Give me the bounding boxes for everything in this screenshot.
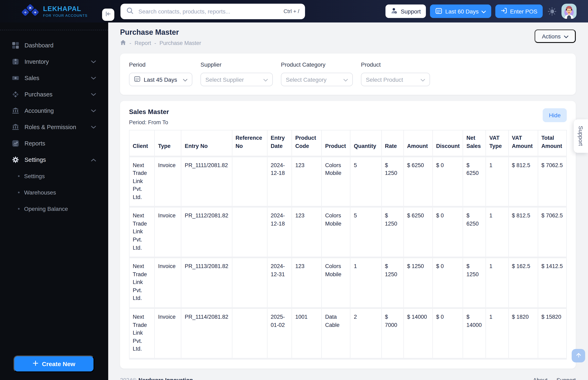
report-card: Sales Master Period: From To Hide Client… (120, 101, 576, 369)
chevron-down-icon (91, 76, 96, 79)
filter-product-label: Product (361, 61, 430, 68)
sidebar-subitem-settings[interactable]: Settings (0, 168, 108, 184)
brand-name: LEKHAPAL (43, 5, 88, 13)
chevron-down-icon (263, 76, 268, 83)
sidebar-item-label: Dashboard (24, 42, 96, 49)
sidebar-collapse-button[interactable] (102, 9, 114, 21)
sidebar-item-settings[interactable]: Settings (0, 152, 108, 168)
sidebar-item-accounting[interactable]: Accounting (0, 103, 108, 119)
brand-tagline: FOR YOUR ACCOUNTS (43, 13, 88, 17)
svg-text:×: × (29, 5, 32, 10)
table-cell: Next Trade Link Pvt. Ltd. (129, 156, 155, 207)
footer-link-support[interactable]: Support (556, 377, 576, 380)
table-cell: $ 7000 (381, 308, 403, 359)
table-cell: $ 1250 (381, 257, 403, 308)
column-header-total-amount: Total Amount (538, 130, 567, 156)
home-icon[interactable] (120, 40, 126, 47)
column-header-vat-type: VAT Type (486, 130, 508, 156)
column-header-quantity: Quantity (350, 130, 381, 156)
table-cell: 1 (486, 257, 508, 308)
table-cell: 1 (486, 308, 508, 359)
reports-icon (12, 140, 19, 147)
table-cell: $ 14000 (463, 308, 486, 359)
sidebar-item-reports[interactable]: Reports (0, 135, 108, 152)
sidebar-item-inventory[interactable]: Inventory (0, 54, 108, 70)
sidebar-subitem-warehouses[interactable]: Warehouses (0, 184, 108, 201)
supplier-dropdown[interactable]: Select Supplier (200, 73, 273, 86)
breadcrumb-item-report[interactable]: Report (135, 40, 151, 46)
table-cell: $ 7062.5 (538, 207, 567, 258)
table-cell: $ 6250 (404, 207, 433, 258)
breadcrumb: -Report-Purchase Master (120, 40, 201, 47)
column-header-rate: Rate (381, 130, 403, 156)
table-cell: PR_1112/2081.82 (181, 207, 232, 258)
sidebar-item-sales[interactable]: Sales (0, 70, 108, 86)
filter-period: Period Last 45 Days (129, 61, 192, 86)
sidebar-item-dashboard[interactable]: Dashboard (0, 37, 108, 54)
sidebar-item-roles-permission[interactable]: Roles & Permission (0, 119, 108, 135)
plus-icon (33, 361, 38, 367)
chevron-down-icon (91, 126, 96, 129)
column-header-reference-no: Reference No (232, 130, 267, 156)
support-button[interactable]: Support (386, 4, 426, 18)
table-cell: $ 0 (433, 207, 463, 258)
hide-button[interactable]: Hide (543, 108, 567, 122)
support-person-icon (391, 7, 398, 15)
filter-product: Product Select Product (361, 61, 430, 86)
table-cell: $ 1250 (463, 257, 486, 308)
table-cell: Invoice (155, 308, 181, 359)
table-cell: $ 1250 (404, 257, 433, 308)
sidebar-item-label: Roles & Permission (24, 124, 91, 130)
search-input[interactable] (138, 8, 280, 15)
table-cell: Next Trade Link Pvt. Ltd. (129, 207, 155, 258)
table-cell: 2025-01-02 (267, 308, 292, 359)
table-cell: $ 0 (433, 308, 463, 359)
sidebar-top-divider (0, 22, 108, 30)
theme-toggle-sun-moon-icon[interactable] (547, 6, 557, 17)
table-row: Next Trade Link Pvt. Ltd.InvoicePR_1112/… (129, 207, 567, 258)
table-cell: Colors Mobile (322, 257, 350, 308)
enter-pos-icon (501, 7, 507, 15)
period-dropdown[interactable]: Last 45 Days (129, 73, 192, 86)
sidebar: DashboardInventorySalesPurchasesAccounti… (0, 22, 108, 380)
search-bar[interactable]: Ctrl + / (121, 3, 305, 19)
sidebar-subitem-label: Opening Balance (24, 206, 68, 212)
report-title: Sales Master (129, 108, 169, 116)
chevron-down-icon (91, 60, 96, 63)
logo-diamonds-icon: × ÷ + (21, 4, 39, 19)
footer-link-about[interactable]: About (533, 377, 548, 380)
product-dropdown[interactable]: Select Product (361, 73, 430, 86)
calendar-icon (435, 7, 443, 15)
page-footer: 2024©Nerdware Innovation AboutSupport (120, 377, 576, 380)
table-cell: Data Cable (322, 308, 350, 359)
sidebar-subitem-opening-balance[interactable]: Opening Balance (0, 201, 108, 217)
sales-icon (12, 74, 19, 82)
sidebar-item-purchases[interactable]: Purchases (0, 86, 108, 103)
user-avatar[interactable] (561, 4, 577, 19)
table-cell: $ 0 (433, 156, 463, 207)
bullet-icon (18, 192, 20, 193)
table-cell: Next Trade Link Pvt. Ltd. (129, 308, 155, 359)
arrow-up-icon (575, 352, 582, 360)
sidebar-nav: DashboardInventorySalesPurchasesAccounti… (0, 30, 108, 217)
breadcrumb-item-purchase-master[interactable]: Purchase Master (160, 40, 201, 46)
table-cell (232, 308, 267, 359)
svg-text:+: + (34, 10, 36, 15)
filter-category-label: Product Category (281, 61, 353, 68)
scroll-to-top-button[interactable] (572, 349, 585, 362)
support-side-tab[interactable]: Support (574, 119, 588, 153)
create-new-button[interactable]: Create New (14, 356, 94, 372)
actions-button[interactable]: Actions (535, 29, 576, 43)
table-cell: Invoice (155, 257, 181, 308)
column-header-entry-no: Entry No (181, 130, 232, 156)
filter-period-label: Period (129, 61, 192, 68)
sidebar-item-label: Purchases (24, 91, 91, 98)
enter-pos-button[interactable]: Enter POS (495, 4, 543, 18)
settings-icon (12, 156, 19, 163)
filter-product-category: Product Category Select Category (281, 61, 353, 86)
period-range-button[interactable]: Last 60 Days (430, 4, 491, 18)
app-root: × ÷ + LEKHAPAL FOR YOUR ACCOUNTS Ctrl + … (0, 0, 588, 380)
table-cell: 2024-12-18 (267, 156, 292, 207)
category-dropdown[interactable]: Select Category (281, 73, 353, 86)
filters-card: Period Last 45 Days (120, 54, 576, 95)
